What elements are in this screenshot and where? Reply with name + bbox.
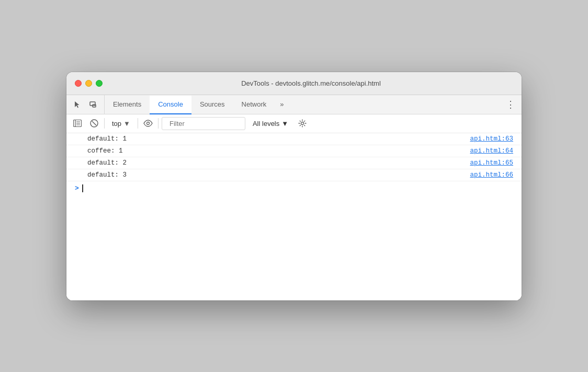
tabs-actions: ⋮ bbox=[500, 95, 522, 114]
tab-console[interactable]: Console bbox=[150, 96, 191, 114]
toolbar-icons bbox=[66, 95, 105, 114]
more-tabs-button[interactable]: » bbox=[275, 95, 289, 114]
svg-point-10 bbox=[301, 122, 304, 125]
svg-point-9 bbox=[146, 122, 149, 125]
minimize-button[interactable] bbox=[85, 80, 92, 87]
tabs-row: Elements Console Sources Network » ⋮ bbox=[66, 95, 522, 114]
devtools-menu-button[interactable]: ⋮ bbox=[504, 98, 517, 111]
close-button[interactable] bbox=[75, 80, 82, 87]
log-levels-button[interactable]: All levels ▼ bbox=[248, 118, 292, 129]
separator-2 bbox=[138, 118, 138, 129]
window-title: DevTools - devtools.glitch.me/console/ap… bbox=[109, 79, 513, 87]
console-message-text: default: 1 bbox=[87, 135, 127, 143]
maximize-button[interactable] bbox=[96, 80, 103, 87]
cursor-icon[interactable] bbox=[71, 98, 84, 111]
console-source-link[interactable]: api.html:63 bbox=[470, 135, 513, 143]
context-selector[interactable]: top ▼ bbox=[108, 118, 134, 129]
separator-3 bbox=[158, 118, 159, 129]
console-row: coffee: 1 api.html:64 bbox=[66, 145, 522, 157]
tab-sources[interactable]: Sources bbox=[191, 96, 233, 114]
chevron-down-icon: ▼ bbox=[281, 120, 288, 127]
console-message-text: coffee: 1 bbox=[87, 147, 123, 155]
console-source-link[interactable]: api.html:66 bbox=[470, 171, 513, 179]
console-toolbar: top ▼ All levels ▼ bbox=[66, 114, 522, 133]
console-row: default: 1 api.html:63 bbox=[66, 133, 522, 145]
console-input-row: > bbox=[66, 181, 522, 195]
svg-line-8 bbox=[92, 121, 96, 125]
devtools-panel: Elements Console Sources Network » ⋮ bbox=[66, 95, 522, 300]
settings-icon[interactable] bbox=[296, 117, 309, 130]
console-message-text: default: 2 bbox=[87, 159, 127, 167]
tab-network[interactable]: Network bbox=[233, 96, 275, 114]
console-row: default: 3 api.html:66 bbox=[66, 169, 522, 181]
filter-wrapper bbox=[162, 117, 245, 130]
console-row: default: 2 api.html:65 bbox=[66, 157, 522, 169]
responsive-icon[interactable] bbox=[86, 98, 100, 111]
console-source-link[interactable]: api.html:65 bbox=[470, 159, 513, 167]
devtools-window: DevTools - devtools.glitch.me/console/ap… bbox=[66, 72, 522, 300]
sidebar-toggle-icon[interactable] bbox=[71, 117, 84, 130]
separator-1 bbox=[104, 118, 105, 129]
chevron-down-icon: ▼ bbox=[123, 120, 130, 127]
filter-input[interactable] bbox=[165, 118, 262, 130]
title-bar: DevTools - devtools.glitch.me/console/ap… bbox=[66, 72, 522, 95]
console-source-link[interactable]: api.html:64 bbox=[470, 147, 513, 155]
console-cursor bbox=[82, 184, 83, 192]
console-prompt: > bbox=[75, 184, 79, 192]
live-expressions-icon[interactable] bbox=[141, 117, 155, 130]
tab-elements[interactable]: Elements bbox=[105, 96, 150, 114]
clear-console-icon[interactable] bbox=[87, 117, 101, 130]
console-output: default: 1 api.html:63 coffee: 1 api.htm… bbox=[66, 133, 522, 300]
tabs-list: Elements Console Sources Network » bbox=[105, 95, 500, 114]
console-message-text: default: 3 bbox=[87, 171, 127, 179]
traffic-lights bbox=[75, 80, 103, 87]
